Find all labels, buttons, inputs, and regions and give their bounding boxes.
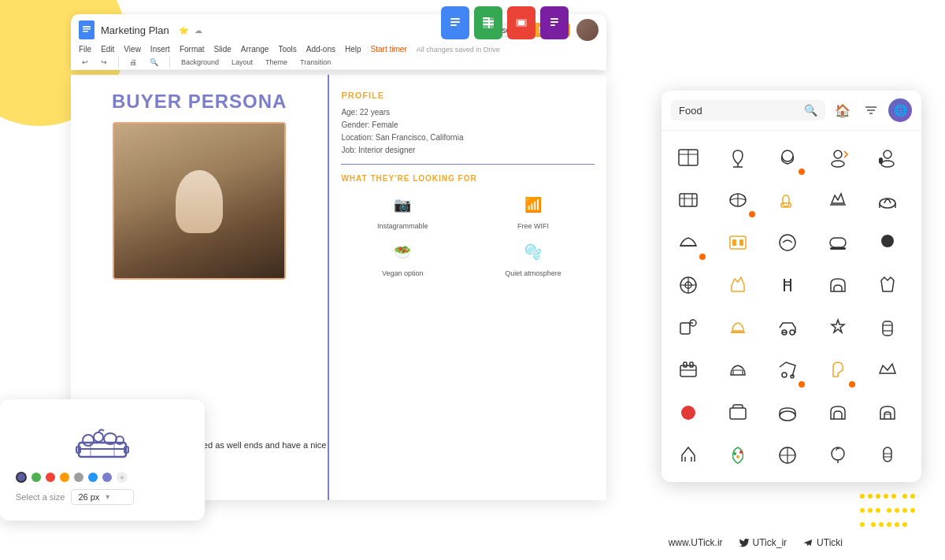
panel-icon-25[interactable] [867, 307, 908, 348]
panel-icon-8[interactable] [767, 180, 808, 221]
color-option-purple[interactable] [16, 472, 27, 483]
panel-icon-20[interactable] [867, 265, 908, 306]
panel-icon-40[interactable] [867, 435, 908, 476]
menu-slide[interactable]: Slide [214, 45, 232, 54]
toolbar-layout[interactable]: Layout [228, 57, 256, 67]
toolbar-print[interactable]: 🖨 [127, 57, 140, 67]
slides-icon[interactable] [507, 6, 536, 39]
panel-icon-24[interactable] [817, 307, 858, 348]
panel-icon-12[interactable] [717, 222, 758, 263]
telegram-link[interactable]: UTicki [802, 537, 843, 548]
svg-rect-19 [83, 28, 91, 30]
svg-rect-15 [550, 21, 558, 23]
panel-icon-16[interactable] [668, 265, 709, 306]
panel-icon-7[interactable] [717, 180, 758, 221]
size-dropdown[interactable]: 26 px ▼ [71, 489, 134, 505]
twitter-link[interactable]: UTick_ir [739, 537, 788, 548]
forms-icon[interactable] [540, 6, 569, 39]
svg-rect-44 [879, 158, 883, 164]
menu-view[interactable]: View [124, 45, 141, 54]
color-picker[interactable]: + [16, 472, 189, 483]
panel-icon-36[interactable] [668, 435, 709, 476]
svg-point-40 [834, 150, 842, 158]
start-timer-button[interactable]: Start timer [371, 45, 407, 54]
search-box[interactable]: Food 🔍 [671, 100, 825, 121]
color-option-lightpurple[interactable] [102, 473, 112, 482]
panel-icon-29[interactable] [817, 350, 858, 391]
menu-help[interactable]: Help [345, 45, 361, 54]
home-panel-icon[interactable]: 🏠 [832, 99, 854, 121]
user-avatar[interactable] [576, 19, 598, 41]
looking-for-item-2: 📶 Free WIFI [472, 191, 595, 230]
panel-icon-27[interactable] [717, 350, 758, 391]
panel-icon-26[interactable] [668, 350, 709, 391]
panel-icon-35[interactable] [867, 392, 908, 433]
menu-insert[interactable]: Insert [150, 45, 170, 54]
toolbar-background[interactable]: Background [178, 57, 222, 67]
panel-icon-33[interactable] [767, 392, 808, 433]
panel-icon-9[interactable] [817, 180, 858, 221]
toolbar-redo[interactable]: ↪ [98, 57, 110, 67]
panel-icon-11[interactable] [668, 222, 709, 263]
menu-edit[interactable]: Edit [101, 45, 114, 54]
panel-icon-22[interactable] [717, 307, 758, 348]
svg-rect-83 [883, 321, 892, 336]
panel-icon-2[interactable] [717, 137, 758, 178]
menu-arrange[interactable]: Arrange [241, 45, 269, 54]
gdocs-title[interactable]: Marketing Plan [101, 24, 169, 36]
panel-icon-18[interactable] [767, 265, 808, 306]
panel-icon-28[interactable] [767, 350, 808, 391]
toolbar-transition[interactable]: Transition [297, 57, 334, 67]
panel-icon-1[interactable] [668, 137, 709, 178]
panel-icon-31[interactable] [668, 392, 709, 433]
menu-format[interactable]: Format [180, 45, 205, 54]
panel-icon-34[interactable] [817, 392, 858, 433]
panel-icon-30[interactable] [867, 350, 908, 391]
color-option-orange[interactable] [60, 473, 69, 482]
menu-addons[interactable]: Add-ons [306, 45, 335, 54]
panel-icon-10[interactable] [867, 180, 908, 221]
add-color-button[interactable]: + [117, 472, 128, 483]
panel-icon-13[interactable] [767, 222, 808, 263]
toolbar-undo[interactable]: ↩ [79, 57, 91, 67]
color-option-blue[interactable] [88, 473, 98, 482]
sheets-icon[interactable] [474, 6, 502, 39]
panel-icon-5[interactable] [867, 137, 908, 178]
svg-rect-12 [518, 20, 524, 25]
panel-icon-4[interactable] [817, 137, 858, 178]
filter-panel-icon[interactable] [860, 99, 882, 121]
toolbar-zoom[interactable]: 🔍 [146, 57, 161, 67]
color-option-red[interactable] [46, 473, 55, 482]
search-input[interactable]: Food [679, 105, 799, 117]
svg-rect-52 [781, 203, 791, 207]
panel-icon-6[interactable] [668, 180, 709, 221]
menu-file[interactable]: File [79, 45, 91, 54]
panel-icon-3[interactable] [767, 137, 808, 178]
color-option-green[interactable] [32, 473, 41, 482]
panel-icon-32[interactable] [717, 392, 758, 433]
panel-icon-17[interactable] [717, 265, 758, 306]
color-option-gray[interactable] [74, 473, 83, 482]
panel-icon-21[interactable] [668, 307, 709, 348]
svg-point-100 [736, 455, 739, 458]
panel-icon-19[interactable] [817, 265, 858, 306]
panel-icon-38[interactable] [767, 435, 808, 476]
website-link[interactable]: www.UTick.ir [669, 537, 723, 548]
menu-tools[interactable]: Tools [278, 45, 296, 54]
footer-social-bar: www.UTick.ir UTick_ir UTicki [669, 537, 843, 548]
docs-icon[interactable] [441, 6, 469, 39]
panel-icon-15[interactable] [867, 222, 908, 263]
panel-icon-37[interactable] [717, 435, 758, 476]
website-text: www.UTick.ir [669, 537, 723, 548]
svg-point-41 [832, 161, 844, 167]
panel-icon-39[interactable] [817, 435, 858, 476]
svg-rect-17 [81, 23, 92, 37]
looking-for-item-3: 🥗 Vegan option [341, 238, 464, 277]
panel-icon-23[interactable] [767, 307, 808, 348]
panel-icon-14[interactable] [817, 222, 858, 263]
globe-icon[interactable]: 🌐 [888, 98, 912, 122]
toolbar-divider-1 [118, 57, 119, 68]
svg-point-104 [832, 447, 844, 460]
toolbar-theme[interactable]: Theme [262, 57, 291, 67]
panel-header-icons: 🏠 🌐 [832, 98, 912, 122]
